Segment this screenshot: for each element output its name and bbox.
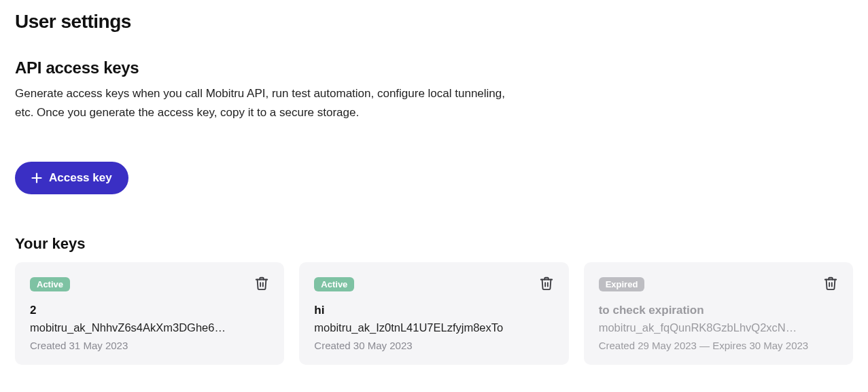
delete-key-button[interactable] xyxy=(253,274,271,294)
key-meta: Created 31 May 2023 xyxy=(30,340,271,351)
plus-icon xyxy=(31,173,42,183)
key-value: mobitru_ak_NhhvZ6s4AkXm3DGhe6… xyxy=(30,321,271,334)
key-value: mobitru_ak_fqQunRK8GzbLhvQ2xcN… xyxy=(599,321,839,334)
create-access-key-button[interactable]: Access key xyxy=(15,162,128,194)
section-description: Generate access keys when you call Mobit… xyxy=(15,84,511,122)
key-name: to check expiration xyxy=(599,304,839,317)
key-card-header: Expired xyxy=(599,274,839,294)
key-meta: Created 29 May 2023 — Expires 30 May 202… xyxy=(599,340,839,351)
key-card-header: Active xyxy=(30,274,271,294)
status-badge: Active xyxy=(30,277,70,291)
status-badge: Active xyxy=(314,277,354,291)
key-card: Expired to check expiration mobitru_ak_f… xyxy=(584,262,853,365)
delete-key-button[interactable] xyxy=(822,274,839,294)
your-keys-title: Your keys xyxy=(15,235,853,253)
key-card: Active 2 mobitru_ak_NhhvZ6s4AkXm3DGhe6… … xyxy=(15,262,284,365)
key-card-header: Active xyxy=(314,274,555,294)
create-access-key-label: Access key xyxy=(49,171,112,185)
status-badge: Expired xyxy=(599,277,645,291)
trash-icon xyxy=(539,276,554,293)
key-value: mobitru_ak_Iz0tnL41U7ELzfyjm8exTo xyxy=(314,321,555,334)
key-name: 2 xyxy=(30,304,271,317)
section-title-api-keys: API access keys xyxy=(15,58,853,77)
trash-icon xyxy=(823,276,838,293)
key-card: Active hi mobitru_ak_Iz0tnL41U7ELzfyjm8e… xyxy=(299,262,568,365)
keys-list: Active 2 mobitru_ak_NhhvZ6s4AkXm3DGhe6… … xyxy=(15,262,853,365)
trash-icon xyxy=(254,276,269,293)
key-name: hi xyxy=(314,304,555,317)
delete-key-button[interactable] xyxy=(538,274,555,294)
page-title: User settings xyxy=(15,11,853,33)
key-meta: Created 30 May 2023 xyxy=(314,340,555,351)
